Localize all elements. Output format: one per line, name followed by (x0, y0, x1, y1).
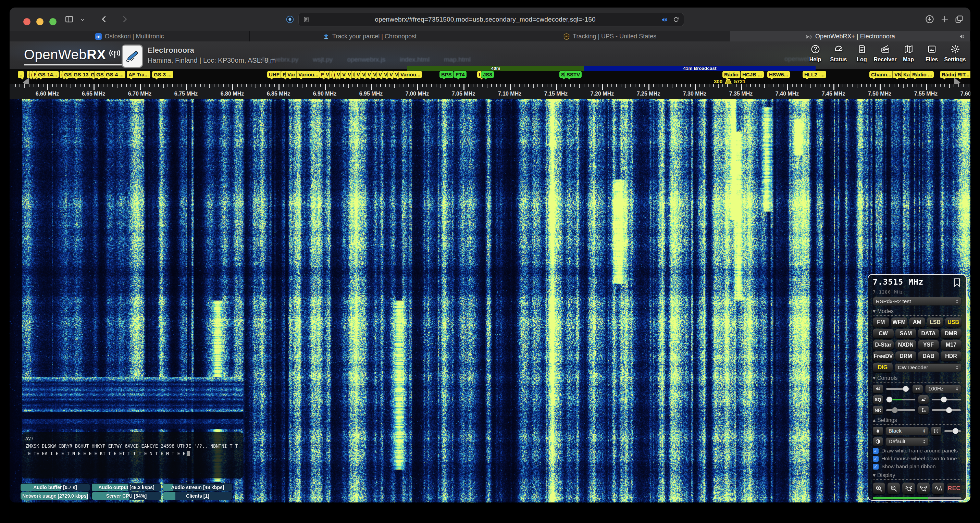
noise-reduction-button[interactable]: NR (873, 406, 883, 415)
mode-drm[interactable]: DRM (896, 351, 916, 361)
nav-log[interactable]: Log (852, 44, 872, 63)
bookmark-icon[interactable] (953, 277, 961, 289)
bookmark-tag[interactable]: Chann... (869, 71, 893, 78)
nav-receiver[interactable]: Receiver (875, 44, 895, 63)
audio-playing-icon[interactable] (661, 16, 668, 23)
tuned-frequency[interactable]: 7.3515 MHz (873, 277, 923, 286)
theme-select[interactable]: Black ▲▼ (885, 427, 929, 435)
extension-icon[interactable] (286, 15, 294, 25)
mode-d-star[interactable]: D-Star (873, 340, 894, 350)
browser-tab[interactable]: OpenWebRX+ | Electronoora (730, 31, 970, 42)
tab-audio-icon[interactable] (959, 33, 965, 41)
browser-tab[interactable]: UPSTracking | UPS - United States (490, 31, 730, 42)
checkbox-draw-white[interactable]: ✓Draw white frame around panels (873, 448, 961, 454)
bookmark-tag[interactable]: Rádio ... (910, 71, 934, 78)
mode-dmr[interactable]: DMR (940, 329, 961, 339)
bookmark-tag[interactable]: UHF (267, 71, 281, 78)
frequency-scale[interactable]: 6.60 MHz6.65 MHz6.70 MHz6.75 MHz6.80 MHz… (10, 84, 970, 99)
waterfall-auto-slider[interactable] (944, 426, 961, 435)
mode-nxdn[interactable]: NXDN (896, 340, 916, 350)
tab-overview-icon[interactable] (954, 14, 964, 24)
zoom-to-band-button[interactable] (902, 483, 915, 494)
bookmark-tag[interactable]: Variou... (399, 71, 422, 78)
zoom-full-button[interactable] (917, 483, 930, 494)
waterfall-range-icon[interactable] (918, 406, 929, 415)
mode-m17[interactable]: M17 (940, 340, 961, 350)
section-modes[interactable]: ▾ Modes (873, 308, 961, 316)
bookmark-tag[interactable]: JS8 (481, 71, 494, 78)
section-settings[interactable]: ▴ Settings (873, 417, 961, 425)
record-button[interactable]: REC (947, 483, 961, 494)
bookmark-tag[interactable]: Rádio (940, 71, 958, 78)
secondary-demod-waterfall[interactable] (22, 377, 243, 429)
spectrum-toggle-button[interactable] (932, 483, 944, 494)
mode-cw[interactable]: CW (873, 329, 894, 339)
chevron-down-icon[interactable] (79, 16, 89, 26)
bookmark-tag[interactable]: GS-3 ... (152, 71, 173, 78)
mode-am[interactable]: AM (909, 318, 926, 327)
downloads-icon[interactable] (925, 14, 934, 24)
bookmark-tag[interactable]: GS (62, 71, 73, 78)
waterfall-max-slider[interactable] (931, 405, 961, 415)
back-button[interactable] (99, 14, 109, 24)
section-controls[interactable]: ▾ Controls (873, 375, 961, 383)
waterfall-colors-icon[interactable] (918, 395, 929, 404)
bookmark-tag[interactable]: Ka (902, 71, 912, 78)
mode-dab[interactable]: DAB (918, 351, 939, 361)
zoom-window-button[interactable] (49, 18, 57, 25)
reload-icon[interactable] (673, 16, 679, 23)
bookmark-tag[interactable]: Var (286, 71, 297, 78)
mute-button[interactable] (873, 385, 883, 393)
checkbox-show-band[interactable]: ✓Show band plan ribbon (873, 463, 961, 470)
waterfall-min-slider[interactable] (931, 395, 961, 404)
nav-help[interactable]: Help (805, 44, 825, 63)
browser-tab[interactable]: Track your parcel | Chronopost (250, 31, 490, 42)
url-text[interactable]: openwebrx/#freq=7351500,mod=usb,secondar… (310, 16, 661, 23)
minimize-window-button[interactable] (36, 18, 43, 25)
checkbox-hold-mouse[interactable]: ✓Hold mouse wheel down to tune (873, 456, 961, 462)
mode-usb[interactable]: USB (945, 318, 961, 327)
nav-status[interactable]: Status (829, 44, 848, 63)
bookmark-tag[interactable]: .. (18, 71, 24, 78)
bookmark-tag[interactable]: AF Tra... (127, 71, 150, 78)
reader-icon[interactable] (303, 16, 310, 23)
mode-dig[interactable]: DIG (873, 363, 892, 372)
mode-wfm[interactable]: WFM (891, 318, 907, 327)
nav-settings[interactable]: Settings (945, 44, 965, 63)
mode-freedv[interactable]: FreeDV (873, 351, 894, 361)
cw-decoder-output[interactable]: AV?ZMXSK DLSKW CBRYR BGHUT HHKYP ERTWY 6… (22, 432, 243, 478)
bookmark-tag[interactable]: Rádio (722, 71, 740, 78)
volume-slider[interactable] (885, 384, 910, 393)
band-bar[interactable]: 40m (407, 66, 584, 71)
new-tab-icon[interactable] (940, 14, 950, 24)
squelch-slider[interactable] (885, 395, 916, 404)
bookmark-tag[interactable]: HSW6... (767, 71, 790, 78)
openwebrx-logo[interactable]: OpenWebRX (24, 46, 122, 65)
mode-sam[interactable]: SAM (896, 329, 916, 339)
nav-map[interactable]: Map (899, 44, 918, 63)
url-bar[interactable]: openwebrx/#freq=7351500,mod=usb,secondar… (298, 13, 684, 26)
sidebar-icon[interactable] (64, 14, 74, 24)
browser-tab[interactable]: mOstoskori | Multitronic (10, 31, 250, 42)
bookmark-tag[interactable]: FT4 (454, 71, 466, 78)
bookmark-tag[interactable]: GS-13. (72, 71, 92, 78)
bookmark-tag[interactable]: BPS (439, 71, 453, 78)
mode-fm[interactable]: FM (873, 318, 889, 327)
waterfall-auto-adjust-icon[interactable] (931, 427, 941, 435)
band-bar[interactable]: 41m Broadcast (584, 66, 816, 71)
forward-button[interactable] (120, 14, 129, 24)
mode-data[interactable]: DATA (918, 329, 939, 339)
bookmark-tag[interactable]: HLL2 -... (803, 71, 826, 78)
bandwidth-select[interactable]: 100Hz ▲▼ (925, 385, 961, 393)
bookmark-tag[interactable]: SSTV (565, 71, 582, 78)
mode-hdr[interactable]: HDR (940, 351, 961, 361)
close-window-button[interactable] (23, 18, 30, 25)
digimode-select[interactable]: CW Decoder ▲▼ (895, 363, 961, 372)
bookmark-tag[interactable]: GS (95, 71, 105, 78)
bookmark-tag[interactable]: RIT... (956, 71, 970, 78)
squelch-button[interactable]: SQ (873, 395, 883, 404)
zoom-out-button[interactable] (888, 483, 900, 494)
bookmark-tag[interactable]: GS-4 ... (104, 71, 126, 78)
mode-ysf[interactable]: YSF (918, 340, 939, 350)
bookmark-tag[interactable]: Variou... (297, 71, 320, 78)
